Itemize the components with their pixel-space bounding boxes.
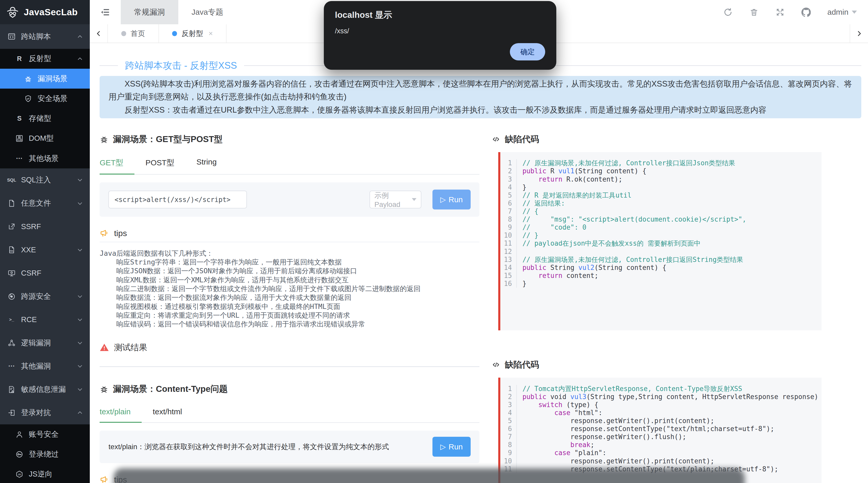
line-number: 14 <box>500 264 517 272</box>
sidebar-item-dom[interactable]: DOMDOM型 <box>0 129 90 148</box>
nodes-icon <box>7 339 16 347</box>
sidebar-item-other-scene[interactable]: ···其他场景 <box>0 148 90 168</box>
tag-label: 首页 <box>130 29 145 38</box>
sidebar-item-other-vuln[interactable]: ···其他漏洞 <box>0 354 90 378</box>
dots-icon: ··· <box>15 154 24 163</box>
code-line: 6// 返回结果: <box>500 199 822 207</box>
app-title: JavaSecLab <box>24 7 78 17</box>
section1-tab-2[interactable]: POST型 <box>134 153 186 175</box>
sidebar-item-info-leak[interactable]: 敏感信息泄漏 <box>0 378 90 401</box>
topbar-tab-2[interactable]: Java专题 <box>178 0 237 24</box>
code-text: // "code": 0 <box>517 223 586 231</box>
sidebar-item-stored[interactable]: S存储型 <box>0 109 90 129</box>
user-menu[interactable]: admin <box>827 8 857 17</box>
sidebar-item-csrf[interactable]: CSRF <box>0 262 90 285</box>
close-icon[interactable]: × <box>209 30 213 37</box>
sidebar-item-cross-origin[interactable]: 跨源安全 <box>0 285 90 308</box>
run-button-content-type[interactable]: ▷Run <box>432 437 470 457</box>
code-text: case "plain": <box>517 449 607 457</box>
payload-input[interactable] <box>108 191 247 208</box>
warning-triangle-icon <box>100 343 109 352</box>
run-button-get[interactable]: ▷Run <box>432 190 470 209</box>
letter-s-icon: S <box>15 114 24 123</box>
section1-tab-3[interactable]: String <box>185 153 227 175</box>
code-text: // 原生漏洞场景,未加任何过滤, Controller接口返回String类型… <box>517 256 743 264</box>
spy-logo-icon <box>5 5 20 19</box>
refresh-icon[interactable] <box>723 7 733 17</box>
code-text: } <box>517 183 526 191</box>
example-payload-select[interactable]: 示例Payload <box>370 191 422 208</box>
tags-scroll-left-button[interactable] <box>90 24 108 42</box>
sidebar-item-label: 敏感信息泄漏 <box>21 384 66 395</box>
code-line: 2public R vul1(String content) { <box>500 167 822 175</box>
chevron-down-icon <box>77 247 83 253</box>
result-title: 测试结果 <box>114 342 147 353</box>
section2-tab-1[interactable]: text/plain <box>100 402 142 423</box>
sidebar-item-sql-injection[interactable]: SQLSQL注入 <box>0 168 90 192</box>
section1-header: 漏洞场景：GET型与POST型 <box>100 133 479 145</box>
code-line: 6 response.setContentType("text/html;cha… <box>500 425 822 433</box>
code-line: 16} <box>500 280 822 288</box>
app-root: JavaSecLab 跨站脚本R反射型漏洞场景安全场景S存储型DOMDOM型··… <box>0 0 868 483</box>
sidebar-item-rce[interactable]: >_RCE <box>0 308 90 331</box>
sidebar-item-login-bypass[interactable]: 登录绕过 <box>0 444 90 464</box>
chevron-up-icon <box>77 56 83 62</box>
browser-alert-dialog: localhost 显示 /xss/ 确定 <box>324 1 556 70</box>
shield-check-icon <box>24 94 32 103</box>
tips-line: 响应二进制数据：返回一个字节数组或文件流作为响应，适用于文件下载或图片等二进制数… <box>100 284 479 293</box>
page-content: 跨站脚本攻击 - 反射型XSS XSS(跨站脚本攻击)利用浏览器对服务器内容的信… <box>90 43 868 483</box>
sidebar-item-label: XXE <box>21 246 36 254</box>
sidebar-item-ssrf[interactable]: SSRF <box>0 215 90 238</box>
monitor-icon <box>7 268 16 277</box>
code-text: // 返回结果: <box>517 199 565 207</box>
play-icon: ▷ <box>440 196 445 203</box>
section2-tab-2[interactable]: text/html <box>142 402 193 423</box>
line-number: 7 <box>500 207 517 216</box>
sidebar-item-login-attack[interactable]: 登录对抗 <box>0 401 90 424</box>
fullscreen-icon[interactable] <box>775 7 785 17</box>
tag-dot-icon <box>172 31 177 36</box>
line-number: 5 <box>500 191 517 199</box>
svg-text:JS: JS <box>18 473 21 476</box>
code-text: // R 是对返回结果的封装工具util <box>517 191 631 199</box>
target-circle-icon <box>7 292 16 301</box>
code-text: response.getWriter().flush(); <box>517 433 686 441</box>
sidebar-item-xss[interactable]: 跨站脚本 <box>0 24 90 49</box>
select-value: 示例Payload <box>374 191 412 209</box>
github-icon[interactable] <box>801 7 811 17</box>
code-line: 4} <box>500 183 822 191</box>
tag-1[interactable]: 首页 <box>108 24 159 42</box>
tips-title-1: tips <box>114 229 127 238</box>
sidebar-item-js-reverse[interactable]: JSJS逆向 <box>0 464 90 483</box>
sidebar-item-label: 任意文件 <box>21 198 51 208</box>
svg-text:XML: XML <box>9 250 14 252</box>
code-text: response.setContentType("text/html;chars… <box>517 425 774 433</box>
section1-tab-1[interactable]: GET型 <box>100 153 134 175</box>
tag-2[interactable]: 反射型× <box>159 24 227 42</box>
terminal-icon: >_ <box>7 315 16 324</box>
tips-line: Java后端返回数据有以下几种形式： <box>100 249 479 258</box>
code-line: 9 case "plain": <box>500 449 822 457</box>
trash-icon[interactable] <box>749 7 758 17</box>
tags-scroll-right-button[interactable] <box>850 24 868 42</box>
line-number: 6 <box>500 199 517 207</box>
js-icon: JS <box>15 470 24 479</box>
chevron-down-icon <box>77 363 83 369</box>
tag-dot-icon <box>121 31 126 36</box>
sidebar-item-reflected[interactable]: R反射型 <box>0 49 90 69</box>
sidebar-item-vuln-scene[interactable]: 漏洞场景 <box>0 69 90 89</box>
sidebar-item-label: 账号安全 <box>29 429 59 439</box>
sidebar-item-arbitrary-file[interactable]: 任意文件 <box>0 192 90 215</box>
sidebar-item-account-security[interactable]: 账号安全 <box>0 424 90 444</box>
sidebar-item-label: 逻辑漏洞 <box>21 338 51 348</box>
sidebar-item-logic-vuln[interactable]: 逻辑漏洞 <box>0 331 90 354</box>
external-link-icon <box>7 222 16 231</box>
right-column: 缺陷代码 1// 原生漏洞场景,未加任何过滤, Controller接口返回Js… <box>487 133 861 483</box>
line-number: 4 <box>500 183 517 191</box>
tips-line: 响应视图模板：通过模板引擎将数据填充到模板中，生成最终的HTML页面 <box>100 302 479 311</box>
sidebar-item-xxe[interactable]: XMLXXE <box>0 238 90 261</box>
sidebar-collapse-button[interactable] <box>90 0 121 24</box>
alert-ok-button[interactable]: 确定 <box>510 43 545 60</box>
topbar-tab-1[interactable]: 常规漏洞 <box>121 0 178 24</box>
sidebar-item-safe-scene[interactable]: 安全场景 <box>0 89 90 109</box>
